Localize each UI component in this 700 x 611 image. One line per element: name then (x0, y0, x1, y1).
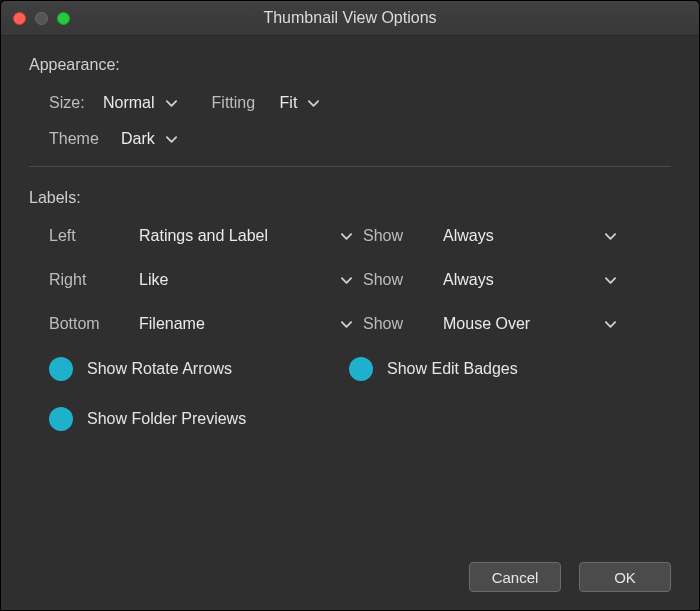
ok-button-label: OK (614, 569, 636, 586)
show-rotate-arrows-label: Show Rotate Arrows (87, 360, 232, 378)
label-right-show-dropdown[interactable]: Always (443, 271, 583, 289)
label-left-show-dropdown[interactable]: Always (443, 227, 583, 245)
ok-button[interactable]: OK (579, 562, 671, 592)
chevron-down-icon[interactable] (604, 319, 617, 329)
theme-label: Theme (49, 130, 121, 148)
chevron-down-icon[interactable] (340, 319, 353, 329)
toggles-grid: Show Rotate Arrows Show Edit Badges Show… (49, 357, 671, 431)
dialog-content: Appearance: Size: Normal Fitting Fit The… (1, 36, 699, 477)
labels-heading: Labels: (29, 189, 671, 207)
label-left-value-dropdown[interactable]: Ratings and Label (139, 227, 319, 245)
show-edit-badges-toggle[interactable]: Show Edit Badges (349, 357, 649, 381)
fitting-dropdown[interactable]: Fit (280, 94, 321, 112)
label-bottom-show-label: Show (363, 315, 433, 333)
traffic-lights (13, 12, 70, 25)
fitting-value: Fit (280, 94, 298, 112)
toggle-indicator-icon (349, 357, 373, 381)
chevron-down-icon (165, 98, 178, 108)
label-left-value: Ratings and Label (139, 227, 268, 245)
size-dropdown[interactable]: Normal (103, 94, 178, 112)
label-position-bottom: Bottom (49, 315, 129, 333)
label-position-right: Right (49, 271, 129, 289)
labels-grid: Left Ratings and Label Show Always Right… (49, 227, 671, 333)
label-right-value-dropdown[interactable]: Like (139, 271, 319, 289)
thumbnail-view-options-window: Thumbnail View Options Appearance: Size:… (0, 0, 700, 611)
chevron-down-icon[interactable] (604, 275, 617, 285)
label-right-show-value: Always (443, 271, 494, 289)
chevron-down-icon[interactable] (340, 231, 353, 241)
show-folder-previews-toggle[interactable]: Show Folder Previews (49, 407, 349, 431)
label-left-show-value: Always (443, 227, 494, 245)
label-bottom-value: Filename (139, 315, 205, 333)
window-title: Thumbnail View Options (1, 9, 699, 27)
chevron-down-icon (307, 98, 320, 108)
section-divider (29, 166, 671, 167)
label-bottom-show-value: Mouse Over (443, 315, 530, 333)
chevron-down-icon[interactable] (604, 231, 617, 241)
chevron-down-icon[interactable] (340, 275, 353, 285)
label-bottom-value-dropdown[interactable]: Filename (139, 315, 319, 333)
label-right-value: Like (139, 271, 168, 289)
label-bottom-show-dropdown[interactable]: Mouse Over (443, 315, 583, 333)
appearance-heading: Appearance: (29, 56, 671, 74)
toggle-indicator-icon (49, 357, 73, 381)
cancel-button[interactable]: Cancel (469, 562, 561, 592)
titlebar: Thumbnail View Options (1, 1, 699, 36)
label-position-left: Left (49, 227, 129, 245)
show-folder-previews-label: Show Folder Previews (87, 410, 246, 428)
cancel-button-label: Cancel (492, 569, 539, 586)
fitting-label: Fitting (212, 94, 280, 112)
theme-dropdown[interactable]: Dark (121, 130, 178, 148)
label-right-show-label: Show (363, 271, 433, 289)
chevron-down-icon (165, 134, 178, 144)
appearance-row-1: Size: Normal Fitting Fit (49, 94, 671, 112)
theme-value: Dark (121, 130, 155, 148)
size-label: Size: (49, 94, 103, 112)
toggle-indicator-icon (49, 407, 73, 431)
show-rotate-arrows-toggle[interactable]: Show Rotate Arrows (49, 357, 349, 381)
appearance-row-2: Theme Dark (49, 130, 671, 148)
show-edit-badges-label: Show Edit Badges (387, 360, 518, 378)
zoom-window-button[interactable] (57, 12, 70, 25)
close-window-button[interactable] (13, 12, 26, 25)
minimize-window-button[interactable] (35, 12, 48, 25)
label-left-show-label: Show (363, 227, 433, 245)
dialog-footer: Cancel OK (469, 562, 671, 592)
size-value: Normal (103, 94, 155, 112)
